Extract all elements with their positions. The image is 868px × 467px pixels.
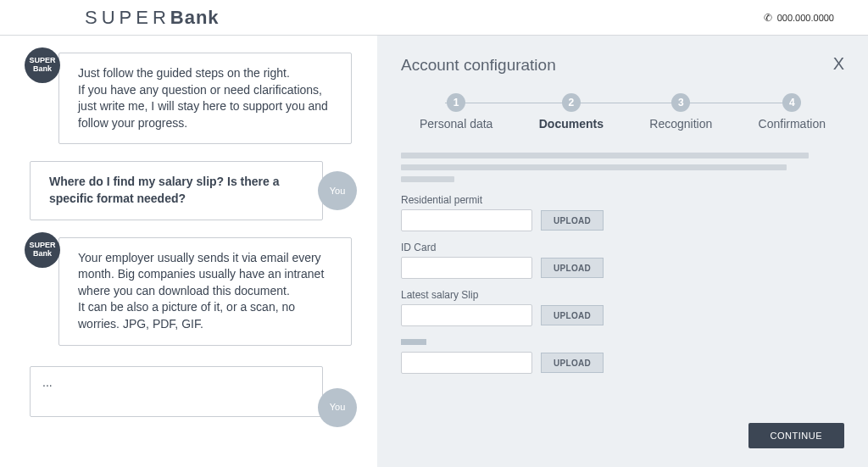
- panel-title: Account configuration: [401, 56, 844, 75]
- skeleton-line: [401, 164, 787, 170]
- extra-input[interactable]: [401, 352, 532, 374]
- step-label: Documents: [539, 117, 604, 131]
- chat-input-row: ... You: [30, 366, 352, 420]
- continue-button[interactable]: CONTINUE: [748, 423, 844, 448]
- logo-bold: Bank: [170, 7, 220, 28]
- step-recognition[interactable]: 3 Recognition: [649, 93, 712, 131]
- upload-fields: Residential permit UPLOAD ID Card UPLOAD…: [401, 194, 844, 374]
- chat-bubble: Just follow the guided steps on the righ…: [58, 53, 352, 144]
- upload-button[interactable]: UPLOAD: [541, 258, 604, 278]
- description-placeholder: [401, 153, 844, 182]
- id-card-input[interactable]: [401, 257, 532, 279]
- avatar-user: You: [318, 388, 357, 427]
- chat-message-bot: SUPER Bank Just follow the guided steps …: [30, 53, 352, 144]
- field-label-skeleton: [401, 339, 426, 345]
- chat-input[interactable]: ...: [30, 366, 323, 417]
- field-label: Residential permit: [401, 194, 844, 206]
- chat-message-bot: SUPER Bank Your employer usually sends i…: [30, 237, 352, 346]
- field-label: ID Card: [401, 242, 844, 253]
- chat-pane: SUPER Bank Just follow the guided steps …: [0, 36, 377, 467]
- main: SUPER Bank Just follow the guided steps …: [0, 36, 868, 467]
- chat-message-user: Where do I find my salary slip? Is there…: [30, 161, 352, 220]
- residential-permit-input[interactable]: [401, 209, 532, 231]
- upload-button[interactable]: UPLOAD: [541, 305, 604, 325]
- config-panel: Account configuration X 1 Personal data …: [377, 36, 868, 467]
- avatar-bot: SUPER Bank: [25, 232, 60, 268]
- field-salary-slip: Latest salary Slip UPLOAD: [401, 289, 844, 326]
- step-personal-data[interactable]: 1 Personal data: [420, 93, 492, 131]
- step-number: 1: [447, 93, 465, 112]
- logo-thin: SUPER: [85, 7, 170, 28]
- stepper-line: [445, 103, 800, 103]
- step-documents[interactable]: 2 Documents: [539, 93, 604, 131]
- header-phone: ✆ 000.000.0000: [764, 12, 834, 24]
- avatar-bot: SUPER Bank: [25, 47, 60, 83]
- avatar-user: You: [318, 171, 357, 210]
- step-label: Recognition: [649, 117, 712, 131]
- upload-button[interactable]: UPLOAD: [541, 210, 604, 231]
- header: SUPERBank ✆ 000.000.0000: [0, 0, 868, 36]
- skeleton-line: [401, 176, 454, 182]
- upload-button[interactable]: UPLOAD: [541, 353, 604, 373]
- field-residential-permit: Residential permit UPLOAD: [401, 194, 844, 231]
- chat-bubble: Your employer usually sends it via email…: [58, 237, 352, 346]
- chat-bubble: Where do I find my salary slip? Is there…: [30, 161, 323, 220]
- step-confirmation[interactable]: 4 Confirmation: [759, 93, 826, 131]
- step-label: Confirmation: [759, 117, 826, 131]
- phone-icon: ✆: [764, 12, 772, 24]
- phone-number: 000.000.0000: [777, 13, 834, 23]
- logo: SUPERBank: [85, 7, 220, 29]
- step-number: 4: [782, 93, 801, 112]
- field-label: Latest salary Slip: [401, 289, 844, 301]
- skeleton-line: [401, 153, 809, 158]
- step-label: Personal data: [420, 117, 492, 131]
- step-number: 3: [671, 93, 690, 112]
- field-id-card: ID Card UPLOAD: [401, 242, 844, 279]
- close-icon[interactable]: X: [833, 54, 844, 74]
- step-number: 2: [562, 93, 581, 112]
- salary-slip-input[interactable]: [401, 304, 532, 326]
- field-extra: UPLOAD: [401, 336, 844, 374]
- stepper: 1 Personal data 2 Documents 3 Recognitio…: [420, 93, 826, 131]
